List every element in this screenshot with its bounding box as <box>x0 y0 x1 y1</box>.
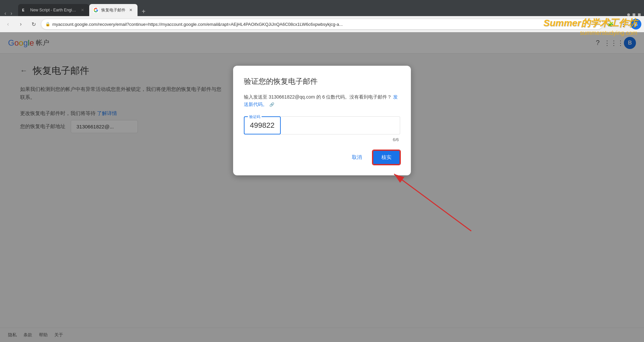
verify-button[interactable]: 核实 <box>373 150 400 165</box>
modal-overlay: 验证您的恢复电子邮件 输入发送至 3130661822@qq.com 的 6 位… <box>0 32 644 342</box>
tab-earth-engine[interactable]: E New Script - Earth Engine Co ✕ <box>18 4 89 16</box>
nav-right-icons: 🧩 ⋮ B <box>605 19 641 30</box>
modal-title: 验证您的恢复电子邮件 <box>244 76 400 87</box>
modal-desc-text: 输入发送至 3130661822@qq.com 的 6 位数代码。没有看到电子邮… <box>244 94 392 100</box>
close-btn[interactable] <box>638 13 641 16</box>
verification-modal: 验证您的恢复电子邮件 输入发送至 3130661822@qq.com 的 6 位… <box>233 66 411 175</box>
code-input-rest[interactable] <box>281 116 400 134</box>
tab-bar: ‹ › E New Script - Earth Engine Co ✕ 恢复电… <box>0 0 644 16</box>
address-bar[interactable]: 🔒 myaccount.google.com/recovery/email?co… <box>41 19 603 30</box>
extensions-icon[interactable]: 🧩 <box>605 19 616 30</box>
browser-forward-btn[interactable]: › <box>9 11 14 16</box>
tab-label-earth: New Script - Earth Engine Co <box>30 8 77 12</box>
browser-chrome: ‹ › E New Script - Earth Engine Co ✕ 恢复电… <box>0 0 644 32</box>
code-label: 验证码 <box>248 114 262 119</box>
tab-favicon-earth: E <box>22 7 28 13</box>
minimize-btn[interactable] <box>627 13 630 16</box>
window-controls <box>627 13 644 16</box>
reload-button[interactable]: ↻ <box>28 19 39 30</box>
more-menu-button[interactable]: ⋮ <box>618 19 629 30</box>
tab-close-recovery[interactable]: ✕ <box>128 7 133 13</box>
cancel-button[interactable]: 取消 <box>345 151 369 164</box>
lock-icon: 🔒 <box>45 22 50 26</box>
tab-favicon-google <box>93 7 99 13</box>
code-input-row: 验证码 499822 <box>244 116 400 134</box>
page-content: Google 帐户 ? ⋮⋮⋮ B ← 恢复电子邮件 如果我们检测到您的帐户中有… <box>0 32 644 342</box>
svg-line-1 <box>394 174 471 231</box>
tab-label-recovery: 恢复电子邮件 <box>101 7 125 13</box>
forward-nav-button[interactable]: › <box>15 19 26 30</box>
profile-button[interactable]: B <box>631 19 641 30</box>
char-count: 6/6 <box>244 137 400 142</box>
tab-recovery-email[interactable]: 恢复电子邮件 ✕ <box>89 4 138 16</box>
code-input-value: 499822 <box>250 121 274 129</box>
browser-back-btn[interactable]: ‹ <box>3 11 8 16</box>
address-bar-icons: ☆ <box>592 21 599 27</box>
tab-close-earth[interactable]: ✕ <box>80 7 85 13</box>
address-text: myaccount.google.com/recovery/email?cont… <box>52 22 592 27</box>
back-nav-button[interactable]: ‹ <box>3 19 13 30</box>
arrow-annotation <box>377 167 478 236</box>
code-input-box[interactable]: 验证码 499822 <box>244 116 281 134</box>
star-icon[interactable]: ☆ <box>592 21 599 27</box>
modal-actions: 取消 核实 <box>244 150 400 165</box>
modal-description: 输入发送至 3130661822@qq.com 的 6 位数代码。没有看到电子邮… <box>244 93 400 108</box>
new-tab-button[interactable]: + <box>139 7 148 16</box>
link-icon: 🔗 <box>269 102 274 107</box>
nav-bar: ‹ › ↻ 🔒 myaccount.google.com/recovery/em… <box>0 16 644 32</box>
maximize-btn[interactable] <box>633 13 635 16</box>
